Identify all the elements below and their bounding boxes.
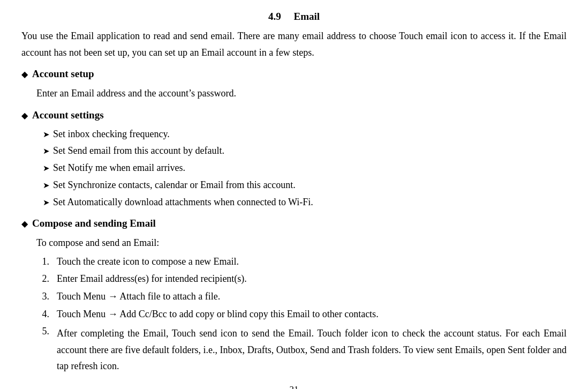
settings-item-2-text: Set Send email from this account by defa…: [53, 143, 224, 159]
arrow-bullet-icon-3: ➤: [43, 162, 50, 175]
bullet-account-settings: ◆ Account settings ➤ Set inbox checking …: [21, 109, 567, 210]
page-number: -21-: [21, 384, 567, 389]
settings-item-2: ➤ Set Send email from this account by de…: [43, 143, 567, 159]
numbered-item-4: 4. Touch Menu → Add Cc/Bcc to add copy o…: [36, 306, 567, 323]
num-4: 4.: [36, 306, 49, 323]
account-setup-body: Enter an Email address and the account’s…: [36, 85, 567, 102]
numbered-item-2-text: Enter Email address(es) for intended rec…: [57, 271, 247, 287]
settings-item-5-text: Set Automatically download attachments w…: [53, 194, 313, 211]
numbered-item-3: 3. Touch Menu → Attach file to attach a …: [36, 288, 567, 305]
diamond-icon: ◆: [21, 69, 28, 79]
settings-item-1-text: Set inbox checking frequency.: [53, 126, 170, 143]
numbered-item-1: 1. Touch the create icon to compose a ne…: [36, 253, 567, 270]
diamond-icon-3: ◆: [21, 219, 28, 229]
section-number: 4.9: [268, 11, 281, 22]
arrow-bullet-icon: ➤: [43, 128, 50, 141]
arrow-bullet-icon-4: ➤: [43, 179, 50, 192]
numbered-item-5-text: After completing the Email, Touch send i…: [57, 325, 567, 375]
settings-item-4: ➤ Set Synchronize contacts, calendar or …: [43, 177, 567, 193]
num-5: 5.: [36, 323, 49, 375]
numbered-item-4-text: Touch Menu → Add Cc/Bcc to add copy or b…: [57, 306, 379, 323]
num-3: 3.: [36, 288, 49, 305]
bullet-account-setup: ◆ Account setup Enter an Email address a…: [21, 68, 567, 102]
account-setup-heading: Account setup: [32, 68, 94, 80]
settings-item-3-text: Set Notify me when email arrives.: [53, 160, 185, 176]
diamond-icon-2: ◆: [21, 110, 28, 121]
bullet-compose-sending: ◆ Compose and sending Email To compose a…: [21, 218, 567, 375]
numbered-list: 1. Touch the create icon to compose a ne…: [36, 253, 567, 375]
settings-item-3: ➤ Set Notify me when email arrives.: [43, 160, 567, 176]
settings-item-1: ➤ Set inbox checking frequency.: [43, 126, 567, 143]
intro-paragraph: You use the Email application to read an…: [21, 28, 567, 61]
numbered-item-1-text: Touch the create icon to compose a new E…: [57, 253, 239, 270]
numbered-item-3-text: Touch Menu → Attach file to attach a fil…: [57, 288, 220, 305]
num-1: 1.: [36, 253, 49, 270]
num-2: 2.: [36, 271, 49, 287]
section-heading: 4.9 Email: [21, 11, 567, 23]
arrow-bullet-icon-5: ➤: [43, 196, 50, 210]
settings-item-5: ➤ Set Automatically download attachments…: [43, 194, 567, 211]
compose-intro-text: To compose and send an Email:: [36, 235, 567, 251]
numbered-item-2: 2. Enter Email address(es) for intended …: [36, 271, 567, 287]
arrow-bullet-icon-2: ➤: [43, 145, 50, 158]
settings-item-4-text: Set Synchronize contacts, calendar or Em…: [53, 177, 296, 193]
account-settings-heading: Account settings: [32, 109, 104, 121]
section-title: Email: [293, 11, 320, 22]
compose-sending-heading: Compose and sending Email: [32, 218, 156, 229]
numbered-item-5: 5. After completing the Email, Touch sen…: [36, 323, 567, 375]
